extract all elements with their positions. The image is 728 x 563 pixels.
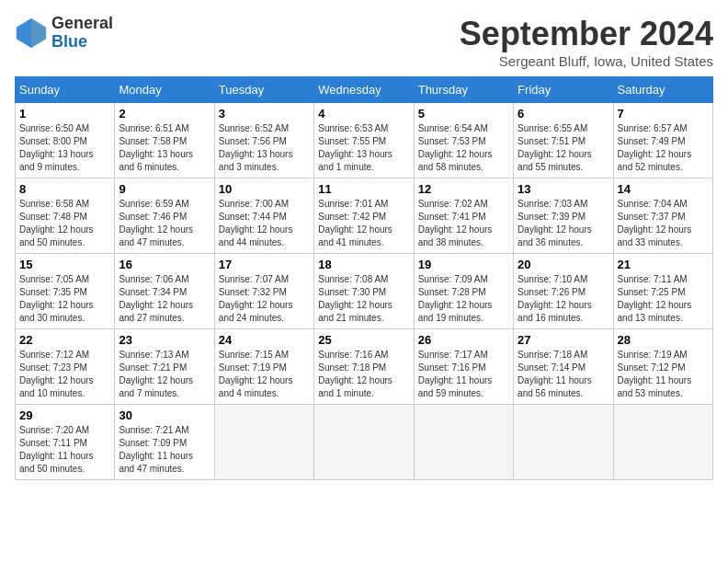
calendar-cell: 10Sunrise: 7:00 AMSunset: 7:44 PMDayligh… (214, 178, 313, 254)
day-detail: Sunrise: 7:12 AMSunset: 7:23 PMDaylight:… (19, 349, 110, 400)
week-row-5: 29Sunrise: 7:20 AMSunset: 7:11 PMDayligh… (16, 405, 713, 480)
calendar-cell: 24Sunrise: 7:15 AMSunset: 7:19 PMDayligh… (214, 329, 313, 405)
calendar-cell: 23Sunrise: 7:13 AMSunset: 7:21 PMDayligh… (115, 329, 214, 405)
month-title: September 2024 (460, 15, 713, 53)
calendar-cell (613, 405, 712, 480)
day-detail: Sunrise: 6:52 AMSunset: 7:56 PMDaylight:… (219, 122, 310, 174)
calendar-table: SundayMondayTuesdayWednesdayThursdayFrid… (15, 76, 713, 480)
day-number: 30 (119, 408, 210, 422)
day-detail: Sunrise: 7:04 AMSunset: 7:37 PMDaylight:… (618, 198, 709, 249)
day-number: 12 (418, 182, 509, 196)
logo-text: General Blue (51, 15, 113, 52)
calendar-cell: 16Sunrise: 7:06 AMSunset: 7:34 PMDayligh… (115, 254, 214, 329)
day-number: 11 (318, 182, 409, 196)
day-detail: Sunrise: 7:05 AMSunset: 7:35 PMDaylight:… (19, 273, 110, 325)
calendar-cell: 3Sunrise: 6:52 AMSunset: 7:56 PMDaylight… (214, 103, 313, 178)
calendar-cell: 8Sunrise: 6:58 AMSunset: 7:48 PMDaylight… (16, 178, 115, 254)
calendar-cell: 11Sunrise: 7:01 AMSunset: 7:42 PMDayligh… (314, 178, 414, 254)
page-header: General Blue September 2024 Sergeant Blu… (15, 15, 713, 69)
day-detail: Sunrise: 7:00 AMSunset: 7:44 PMDaylight:… (219, 198, 310, 249)
calendar-cell: 9Sunrise: 6:59 AMSunset: 7:46 PMDaylight… (115, 178, 214, 254)
calendar-cell: 4Sunrise: 6:53 AMSunset: 7:55 PMDaylight… (314, 103, 414, 178)
day-detail: Sunrise: 6:59 AMSunset: 7:46 PMDaylight:… (119, 198, 210, 249)
day-detail: Sunrise: 7:03 AMSunset: 7:39 PMDaylight:… (518, 198, 609, 249)
calendar-cell: 17Sunrise: 7:07 AMSunset: 7:32 PMDayligh… (214, 254, 313, 329)
calendar-cell: 5Sunrise: 6:54 AMSunset: 7:53 PMDaylight… (414, 103, 513, 178)
day-number: 3 (219, 107, 310, 121)
day-detail: Sunrise: 7:18 AMSunset: 7:14 PMDaylight:… (518, 349, 609, 400)
day-number: 6 (518, 107, 609, 121)
calendar-cell: 28Sunrise: 7:19 AMSunset: 7:12 PMDayligh… (613, 329, 712, 405)
day-detail: Sunrise: 6:53 AMSunset: 7:55 PMDaylight:… (318, 122, 409, 174)
day-number: 4 (318, 107, 409, 121)
day-detail: Sunrise: 6:51 AMSunset: 7:58 PMDaylight:… (119, 122, 210, 174)
calendar-cell (314, 405, 414, 480)
weekday-header-friday: Friday (514, 77, 613, 103)
calendar-cell: 30Sunrise: 7:21 AMSunset: 7:09 PMDayligh… (115, 405, 214, 480)
day-number: 29 (19, 408, 110, 422)
day-number: 24 (219, 333, 310, 347)
week-row-4: 22Sunrise: 7:12 AMSunset: 7:23 PMDayligh… (16, 329, 713, 405)
day-number: 17 (219, 258, 310, 271)
calendar-cell: 20Sunrise: 7:10 AMSunset: 7:26 PMDayligh… (514, 254, 613, 329)
calendar-cell (414, 405, 513, 480)
calendar-cell: 21Sunrise: 7:11 AMSunset: 7:25 PMDayligh… (613, 254, 712, 329)
calendar-cell: 18Sunrise: 7:08 AMSunset: 7:30 PMDayligh… (314, 254, 414, 329)
day-detail: Sunrise: 7:11 AMSunset: 7:25 PMDaylight:… (618, 273, 709, 325)
logo-icon (15, 17, 48, 50)
calendar-cell: 27Sunrise: 7:18 AMSunset: 7:14 PMDayligh… (514, 329, 613, 405)
calendar-cell (214, 405, 313, 480)
calendar-cell: 2Sunrise: 6:51 AMSunset: 7:58 PMDaylight… (115, 103, 214, 178)
day-number: 25 (318, 333, 409, 347)
day-number: 2 (119, 107, 210, 121)
weekday-header-monday: Monday (115, 77, 214, 103)
day-detail: Sunrise: 6:50 AMSunset: 8:00 PMDaylight:… (19, 122, 110, 174)
calendar-cell: 14Sunrise: 7:04 AMSunset: 7:37 PMDayligh… (613, 178, 712, 254)
day-number: 5 (418, 107, 509, 121)
weekday-header-wednesday: Wednesday (314, 77, 414, 103)
day-number: 13 (518, 182, 609, 196)
weekday-header-saturday: Saturday (613, 77, 712, 103)
day-number: 8 (19, 182, 110, 196)
day-detail: Sunrise: 7:20 AMSunset: 7:11 PMDaylight:… (19, 424, 110, 476)
calendar-cell: 1Sunrise: 6:50 AMSunset: 8:00 PMDaylight… (16, 103, 115, 178)
location: Sergeant Bluff, Iowa, United States (460, 53, 713, 69)
day-number: 21 (618, 258, 709, 271)
day-number: 22 (19, 333, 110, 347)
day-detail: Sunrise: 7:16 AMSunset: 7:18 PMDaylight:… (318, 349, 409, 400)
calendar-cell: 15Sunrise: 7:05 AMSunset: 7:35 PMDayligh… (16, 254, 115, 329)
day-number: 16 (119, 258, 210, 271)
week-row-1: 1Sunrise: 6:50 AMSunset: 8:00 PMDaylight… (16, 103, 713, 178)
calendar-cell: 22Sunrise: 7:12 AMSunset: 7:23 PMDayligh… (16, 329, 115, 405)
day-detail: Sunrise: 6:55 AMSunset: 7:51 PMDaylight:… (518, 122, 609, 174)
week-row-3: 15Sunrise: 7:05 AMSunset: 7:35 PMDayligh… (16, 254, 713, 329)
svg-marker-1 (31, 18, 46, 48)
day-detail: Sunrise: 6:57 AMSunset: 7:49 PMDaylight:… (618, 122, 709, 174)
calendar-cell: 19Sunrise: 7:09 AMSunset: 7:28 PMDayligh… (414, 254, 513, 329)
day-number: 28 (618, 333, 709, 347)
calendar-cell: 13Sunrise: 7:03 AMSunset: 7:39 PMDayligh… (514, 178, 613, 254)
day-detail: Sunrise: 7:13 AMSunset: 7:21 PMDaylight:… (119, 349, 210, 400)
calendar-cell: 12Sunrise: 7:02 AMSunset: 7:41 PMDayligh… (414, 178, 513, 254)
day-number: 18 (318, 258, 409, 271)
day-detail: Sunrise: 6:58 AMSunset: 7:48 PMDaylight:… (19, 198, 110, 249)
day-number: 1 (19, 107, 110, 121)
day-detail: Sunrise: 7:10 AMSunset: 7:26 PMDaylight:… (518, 273, 609, 325)
day-detail: Sunrise: 7:19 AMSunset: 7:12 PMDaylight:… (618, 349, 709, 400)
day-detail: Sunrise: 7:09 AMSunset: 7:28 PMDaylight:… (418, 273, 509, 325)
calendar-cell: 7Sunrise: 6:57 AMSunset: 7:49 PMDaylight… (613, 103, 712, 178)
day-detail: Sunrise: 7:06 AMSunset: 7:34 PMDaylight:… (119, 273, 210, 325)
weekday-header-row: SundayMondayTuesdayWednesdayThursdayFrid… (16, 77, 713, 103)
day-detail: Sunrise: 7:17 AMSunset: 7:16 PMDaylight:… (418, 349, 509, 400)
calendar-body: 1Sunrise: 6:50 AMSunset: 8:00 PMDaylight… (16, 103, 713, 480)
day-detail: Sunrise: 7:02 AMSunset: 7:41 PMDaylight:… (418, 198, 509, 249)
day-detail: Sunrise: 7:08 AMSunset: 7:30 PMDaylight:… (318, 273, 409, 325)
day-number: 19 (418, 258, 509, 271)
weekday-header-sunday: Sunday (16, 77, 115, 103)
day-number: 20 (518, 258, 609, 271)
day-detail: Sunrise: 7:01 AMSunset: 7:42 PMDaylight:… (318, 198, 409, 249)
day-number: 14 (618, 182, 709, 196)
day-number: 26 (418, 333, 509, 347)
day-number: 9 (119, 182, 210, 196)
calendar-cell: 25Sunrise: 7:16 AMSunset: 7:18 PMDayligh… (314, 329, 414, 405)
